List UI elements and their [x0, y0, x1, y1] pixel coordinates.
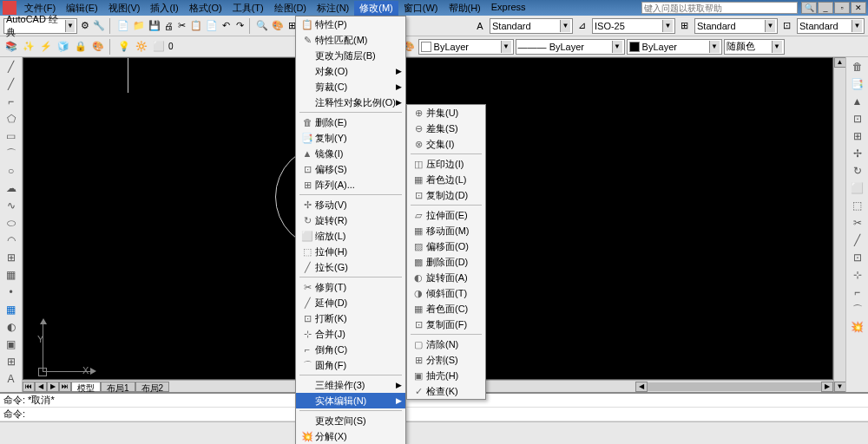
menu-item[interactable]: ◑倾斜面(T): [407, 285, 485, 301]
menu-item[interactable]: ⌐倒角(C): [296, 342, 405, 357]
xline-icon[interactable]: ╱: [3, 76, 19, 92]
tb-icon[interactable]: ⚡: [38, 39, 54, 55]
menu-item[interactable]: ⊞分割(S): [407, 352, 485, 368]
insert-icon[interactable]: ⊞: [3, 250, 19, 265]
tb-icon[interactable]: ⬜: [151, 39, 167, 55]
tb-icon[interactable]: 🎨: [271, 18, 285, 34]
menu-工具T[interactable]: 工具(T): [227, 1, 269, 16]
menu-item[interactable]: 更改空间(S): [296, 413, 405, 428]
menu-item[interactable]: ╱延伸(D): [296, 295, 405, 310]
menu-item[interactable]: ⊡偏移(S): [296, 161, 405, 177]
sb-down-icon[interactable]: ▼: [834, 382, 846, 392]
explode-icon[interactable]: 💥: [850, 319, 865, 335]
tb-icon[interactable]: 🧊: [56, 39, 71, 55]
menu-item[interactable]: ◐旋转面(A): [407, 270, 485, 285]
close-btn[interactable]: ✕: [851, 2, 866, 14]
tb-icon[interactable]: 🔍: [255, 18, 269, 34]
rect-icon[interactable]: ▭: [3, 128, 19, 144]
menu-标注N[interactable]: 标注(N): [312, 1, 354, 16]
sb-first-icon[interactable]: ⏮: [23, 382, 35, 392]
menu-item[interactable]: ⊞阵列(A)...: [296, 177, 405, 193]
menu-item[interactable]: ◫压印边(I): [407, 156, 485, 172]
menu-item[interactable]: ╱拉长(G): [296, 259, 405, 275]
menu-item[interactable]: ▨偏移面(O): [407, 238, 485, 254]
tb-icon[interactable]: 🔆: [134, 39, 149, 55]
menu-视图V[interactable]: 视图(V): [103, 1, 146, 16]
layout1-tab[interactable]: 布局1: [101, 382, 135, 392]
arc-icon[interactable]: ⌒: [3, 146, 19, 161]
tb-icon[interactable]: 🔒: [73, 39, 89, 55]
gradient-icon[interactable]: ◐: [3, 319, 19, 335]
text-icon[interactable]: A: [3, 371, 19, 387]
menu-item[interactable]: ⊡打断(K): [296, 310, 405, 326]
workspace-combo[interactable]: AutoCAD 经典▼: [3, 18, 77, 34]
table-icon[interactable]: ⊞: [3, 354, 19, 369]
menu-item[interactable]: ✓检查(K): [407, 383, 485, 399]
menu-item[interactable]: 🗑删除(E): [296, 114, 405, 130]
join-icon[interactable]: ⊹: [850, 267, 865, 283]
menu-item[interactable]: ⊡复制面(F): [407, 317, 485, 332]
mirror-icon[interactable]: ▲: [850, 94, 865, 109]
erase-icon[interactable]: 🗑: [850, 59, 865, 75]
trim-icon[interactable]: ✂: [850, 215, 865, 231]
ellipse-arc-icon[interactable]: ◠: [3, 232, 19, 248]
rotate-icon[interactable]: ↻: [850, 163, 865, 179]
menu-插入I[interactable]: 插入(I): [145, 1, 183, 16]
menu-格式O[interactable]: 格式(O): [184, 1, 227, 16]
menu-item[interactable]: ▣抽壳(H): [407, 368, 485, 383]
offset-icon[interactable]: ⊡: [850, 111, 865, 127]
menu-item[interactable]: 剪裁(C)▶: [296, 79, 405, 95]
help-search-input[interactable]: [641, 2, 798, 14]
menu-item[interactable]: ▦移动面(M): [407, 223, 485, 238]
linetype-combo[interactable]: ——— ByLayer▼: [516, 39, 625, 55]
tb-icon[interactable]: A: [472, 18, 488, 34]
cmd-input[interactable]: 命令:: [0, 408, 868, 421]
layer-icon[interactable]: 📚: [3, 39, 19, 55]
dimstyle-combo[interactable]: ISO-25▼: [592, 18, 675, 34]
sb-right-icon[interactable]: ▶: [821, 382, 833, 392]
sb-prev-icon[interactable]: ◀: [35, 382, 47, 392]
menu-item[interactable]: ⬚拉伸(H): [296, 244, 405, 259]
menu-item[interactable]: ▱拉伸面(E): [407, 207, 485, 223]
chamfer-icon[interactable]: ⌐: [850, 284, 865, 300]
menu-item[interactable]: 📋特性(P): [296, 16, 405, 32]
menu-item[interactable]: ▦着色边(L): [407, 172, 485, 187]
menu-绘图D[interactable]: 绘图(D): [269, 1, 312, 16]
v-scrollbar[interactable]: ▲ ▼: [833, 57, 845, 392]
cut-icon[interactable]: ✂: [176, 18, 187, 34]
min-btn[interactable]: _: [818, 2, 833, 14]
color2-combo[interactable]: ByLayer▼: [627, 39, 722, 55]
menu-item[interactable]: ⊹合并(J): [296, 326, 405, 342]
extend-icon[interactable]: ╱: [850, 232, 865, 248]
tb-icon[interactable]: ⊡: [779, 18, 795, 34]
menu-Express[interactable]: Express: [486, 1, 531, 16]
menu-item[interactable]: ↻旋转(R): [296, 212, 405, 228]
menu-item[interactable]: 三维操作(3)▶: [296, 377, 405, 393]
save-icon[interactable]: 💾: [148, 18, 161, 34]
menu-item[interactable]: 注释性对象比例(O)▶: [296, 95, 405, 110]
break-icon[interactable]: ⊡: [850, 250, 865, 265]
menu-item[interactable]: ▩删除面(D): [407, 254, 485, 270]
menu-窗口W[interactable]: 窗口(W): [398, 1, 444, 16]
menu-item[interactable]: 更改为随层(B): [296, 48, 405, 63]
copy-icon[interactable]: 📋: [189, 18, 203, 34]
ellipse-icon[interactable]: ⬭: [3, 215, 19, 231]
region-icon[interactable]: ▣: [3, 336, 19, 352]
paste-icon[interactable]: 📄: [205, 18, 219, 34]
tb-icon[interactable]: ⚙: [79, 18, 90, 34]
spline-icon[interactable]: ∿: [3, 198, 19, 213]
move-icon[interactable]: ✢: [850, 146, 865, 161]
tb-icon[interactable]: 🔧: [92, 18, 106, 34]
fillet-icon[interactable]: ⌒: [850, 302, 865, 317]
new-icon[interactable]: 📄: [116, 18, 130, 34]
menu-item[interactable]: ⊡复制边(D): [407, 187, 485, 203]
menu-item[interactable]: ▦着色面(C): [407, 301, 485, 317]
search-btn[interactable]: 🔍: [801, 2, 817, 14]
menu-item[interactable]: ▲镜像(I): [296, 146, 405, 161]
menu-item[interactable]: 对象(O)▶: [296, 63, 405, 79]
open-icon[interactable]: 📁: [132, 18, 146, 34]
restore-btn[interactable]: ▫: [834, 2, 850, 14]
menu-item[interactable]: ✢移动(V): [296, 197, 405, 212]
pline-icon[interactable]: ⌐: [3, 94, 19, 109]
block-icon[interactable]: ▦: [3, 267, 19, 283]
